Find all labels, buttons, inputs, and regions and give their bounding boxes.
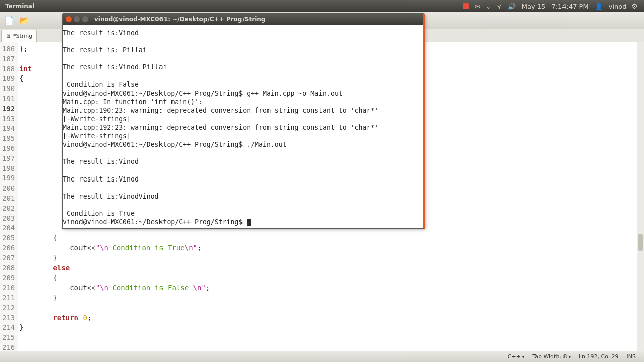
line-gutter: 1861871881891901911921931941951961971981… — [0, 42, 18, 351]
new-file-button[interactable]: 📄 — [3, 15, 15, 27]
terminal-output: The result is:Vinod The result is: Pilla… — [63, 29, 378, 226]
panel-time[interactable]: 7:14:47 PM — [551, 3, 588, 10]
window-close-icon[interactable] — [66, 16, 72, 22]
terminal-title: vinod@vinod-MXC061: ~/Desktop/C++ Prog/S… — [94, 16, 265, 23]
tab-string[interactable]: 🗎 *String — [1, 30, 37, 42]
status-ins: INS — [627, 353, 636, 360]
volume-icon[interactable]: 🔊 — [508, 3, 516, 10]
user-icon[interactable]: 👤 — [595, 3, 603, 10]
terminal-titlebar[interactable]: vinod@vinod-MXC061: ~/Desktop/C++ Prog/S… — [63, 14, 423, 25]
terminal-body[interactable]: The result is:Vinod The result is: Pilla… — [63, 25, 423, 228]
status-tab-width[interactable]: Tab Width: 8 — [532, 353, 571, 360]
terminal-cursor — [247, 219, 251, 226]
wifi-icon[interactable]: ⋎ — [497, 3, 502, 10]
vertical-scrollbar[interactable] — [637, 42, 644, 351]
panel-user[interactable]: vinod — [609, 3, 627, 10]
record-indicator-icon — [463, 3, 469, 9]
open-file-button[interactable]: 📂 — [18, 15, 30, 27]
panel-app-title: Terminal — [5, 3, 34, 10]
window-minimize-icon[interactable] — [74, 16, 80, 22]
status-bar: C++ Tab Width: 8 Ln 192, Col 29 INS — [0, 351, 644, 362]
window-maximize-icon[interactable] — [82, 16, 88, 22]
terminal-window[interactable]: vinod@vinod-MXC061: ~/Desktop/C++ Prog/S… — [62, 13, 425, 229]
status-cursor: Ln 192, Col 29 — [579, 353, 619, 360]
top-panel: Terminal ✉ ⌵ ⋎ 🔊 May 15 7:14:47 PM 👤 vin… — [0, 0, 644, 12]
mail-icon[interactable]: ✉ — [475, 3, 480, 10]
tab-label: *String — [13, 33, 32, 39]
document-icon: 🗎 — [6, 33, 11, 39]
panel-date[interactable]: May 15 — [522, 3, 546, 10]
scrollbar-thumb[interactable] — [638, 234, 643, 251]
status-lang[interactable]: C++ — [508, 353, 525, 360]
settings-gear-icon[interactable]: ⚙ — [631, 2, 638, 10]
bluetooth-icon[interactable]: ⌵ — [487, 3, 491, 10]
